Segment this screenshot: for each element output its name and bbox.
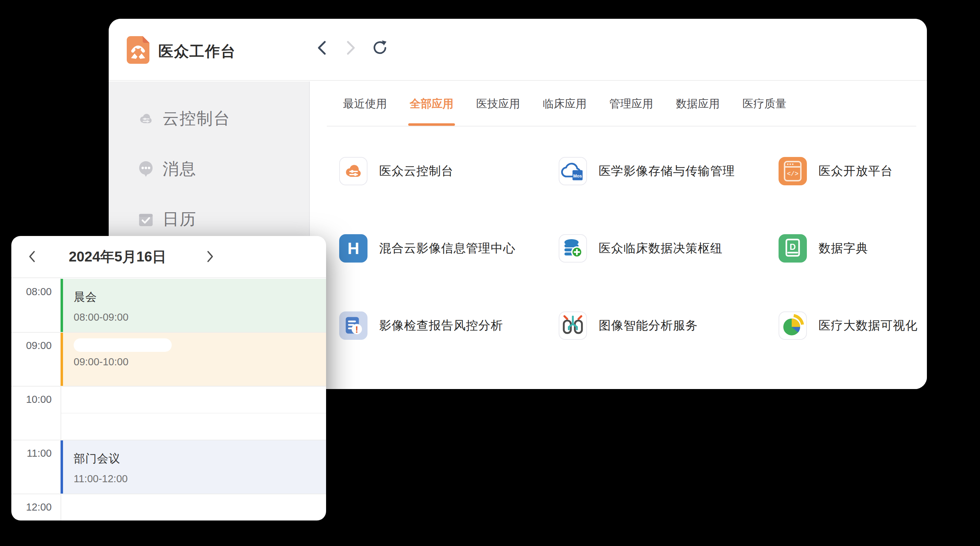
tab-4[interactable]: 管理应用 <box>609 81 653 126</box>
app-launcher-item[interactable]: 医众云控制台 <box>339 157 548 185</box>
tab-3[interactable]: 临床应用 <box>543 81 587 126</box>
event-title: 部门会议 <box>74 451 326 467</box>
event-time: 08:00-09:00 <box>74 311 326 323</box>
svg-text:H: H <box>347 239 359 258</box>
tab-label: 最近使用 <box>343 96 387 111</box>
chevron-left-icon <box>28 250 36 263</box>
hour-line <box>11 386 326 386</box>
calendar-panel: 2024年5月16日 08:0009:0010:0011:0012:00 晨会 … <box>11 236 326 520</box>
app-launcher-item[interactable]: 图像智能分析服务 <box>559 311 768 340</box>
desktop-background: 医众工作台 <box>0 0 980 546</box>
hour-line <box>11 493 326 494</box>
tab-label: 管理应用 <box>609 96 653 111</box>
dictionary-book-icon: D <box>778 234 807 263</box>
calendar-event[interactable]: 晨会 08:00-09:00 <box>60 279 326 332</box>
event-time: 09:00-10:00 <box>74 356 326 368</box>
svg-text:</>: </> <box>787 171 799 177</box>
svg-text:D: D <box>789 242 795 252</box>
calendar-next-button[interactable] <box>202 248 219 265</box>
cloud-mos-icon: Mos <box>559 158 586 185</box>
app-tile: ! <box>339 311 368 340</box>
event-title: 晨会 <box>74 289 326 305</box>
app-tile <box>339 157 368 185</box>
app-tile: Mos <box>559 157 587 185</box>
chevron-left-icon <box>317 40 327 56</box>
svg-text:Mos: Mos <box>573 174 582 179</box>
refresh-icon <box>372 40 388 56</box>
app-launcher-item[interactable]: 医众临床数据决策枢纽 <box>559 234 768 263</box>
calendar-day-grid: 08:0009:0010:0011:0012:00 晨会 08:00-09:00… <box>11 278 326 520</box>
sidebar-item-label: 日历 <box>162 208 197 230</box>
app-launcher-item[interactable]: D 数据字典 <box>778 234 980 263</box>
app-logo-icon <box>127 36 150 64</box>
app-tile <box>559 234 587 263</box>
app-launcher-item[interactable]: </> 医众开放平台 <box>778 157 980 185</box>
hour-label: 12:00 <box>11 493 52 520</box>
app-launcher-item[interactable]: H 混合云影像信息管理中心 <box>339 234 548 263</box>
tab-bar: 最近使用 全部应用 医技应用 临床应用 管理应用 数据应用 医疗质量 <box>343 81 786 126</box>
tab-0[interactable]: 最近使用 <box>343 81 387 126</box>
app-label: 医疗大数据可视化 <box>819 318 918 334</box>
app-label: 数据字典 <box>819 240 868 257</box>
content-area: 最近使用 全部应用 医技应用 临床应用 管理应用 数据应用 医疗质量 医众云控制… <box>310 81 927 389</box>
sidebar-item-label: 消息 <box>162 158 197 180</box>
tab-label: 医技应用 <box>476 96 520 111</box>
tab-label: 数据应用 <box>676 96 720 111</box>
lungs-icon <box>559 312 586 339</box>
calendar-prev-button[interactable] <box>23 248 40 265</box>
calendar-event[interactable]: 部门会议 11:00-12:00 <box>60 441 326 493</box>
sidebar-item-1[interactable]: 消息 <box>109 153 309 185</box>
hour-label: 08:00 <box>11 278 52 305</box>
svg-text:!: ! <box>355 324 358 335</box>
app-launcher-item[interactable]: ! 影像检查报告风控分析 <box>339 311 548 340</box>
calendar-icon <box>138 211 154 227</box>
pie-chart-icon <box>779 312 806 339</box>
cloud-settings-icon <box>137 110 155 128</box>
tab-6[interactable]: 医疗质量 <box>743 81 786 126</box>
app-tile: D <box>778 234 807 263</box>
forward-button[interactable] <box>342 39 360 56</box>
calendar-header: 2024年5月16日 <box>11 236 326 278</box>
code-window-icon: </> <box>778 157 807 185</box>
tab-1[interactable]: 全部应用 <box>410 81 453 126</box>
app-grid: 医众云控制台 Mos 医学影像存储与传输管理 </> 医众开放平台 H 混合云影… <box>310 126 927 389</box>
sidebar-item-0[interactable]: 云控制台 <box>109 103 309 135</box>
refresh-button[interactable] <box>371 39 388 56</box>
tab-label: 全部应用 <box>410 96 453 111</box>
app-tile: </> <box>778 157 807 185</box>
browser-nav <box>313 39 388 56</box>
app-tile: H <box>339 234 368 263</box>
calendar-date: 2024年5月16日 <box>50 236 185 278</box>
window-header: 医众工作台 <box>109 19 927 81</box>
hour-label: 09:00 <box>11 332 52 359</box>
app-launcher-item[interactable]: 医疗大数据可视化 <box>778 311 980 340</box>
event-title-redacted <box>74 338 172 352</box>
letter-h-icon: H <box>339 234 368 263</box>
sidebar-item-2[interactable]: 日历 <box>109 203 309 235</box>
tab-5[interactable]: 数据应用 <box>676 81 720 126</box>
hour-label: 11:00 <box>11 440 52 467</box>
app-label: 影像检查报告风控分析 <box>379 318 503 334</box>
app-title: 医众工作台 <box>158 42 236 61</box>
app-launcher-item[interactable]: Mos 医学影像存储与传输管理 <box>559 157 768 185</box>
message-icon <box>137 161 154 177</box>
report-alert-icon: ! <box>339 312 367 339</box>
cloud-sliders-icon <box>342 160 365 182</box>
app-tile <box>559 311 587 340</box>
app-label: 混合云影像信息管理中心 <box>379 240 515 257</box>
hour-label: 10:00 <box>11 386 52 413</box>
tab-label: 医疗质量 <box>743 96 786 111</box>
sidebar-item-label: 云控制台 <box>162 108 231 130</box>
chevron-right-icon <box>345 40 356 56</box>
tab-2[interactable]: 医技应用 <box>476 81 520 126</box>
app-label: 医众临床数据决策枢纽 <box>599 240 722 257</box>
event-time: 11:00-12:00 <box>74 473 326 485</box>
app-label: 医众开放平台 <box>819 163 893 179</box>
back-button[interactable] <box>313 39 330 56</box>
chevron-right-icon <box>206 250 215 263</box>
calendar-event[interactable]: 09:00-10:00 <box>60 333 326 386</box>
app-tile <box>778 311 807 340</box>
tab-label: 临床应用 <box>543 96 587 111</box>
app-label: 图像智能分析服务 <box>599 318 698 334</box>
app-label: 医众云控制台 <box>379 163 453 179</box>
